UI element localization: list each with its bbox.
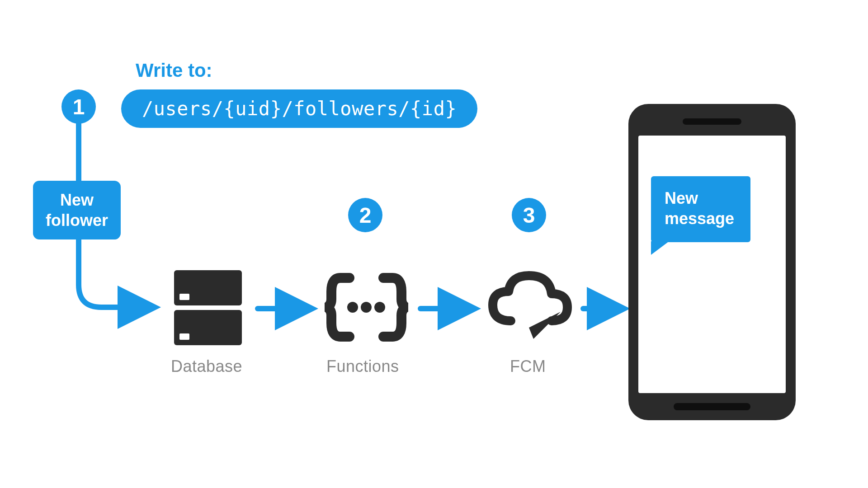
step-1-badge: 1 (61, 89, 96, 124)
new-follower-card: New follower (33, 181, 121, 239)
bubble-line2: message (665, 208, 737, 229)
svg-point-6 (347, 302, 358, 313)
write-to-label: Write to: (136, 60, 212, 81)
functions-label: Functions (326, 357, 399, 376)
connector-line (76, 124, 81, 181)
database-label: Database (171, 357, 242, 376)
arrow-follower-to-db (73, 235, 159, 325)
arrow-fcm-to-phone (583, 302, 628, 315)
svg-point-7 (361, 302, 372, 313)
phone-speaker (683, 118, 741, 125)
phone-screen: New message (638, 136, 786, 393)
notification-bubble: New message (651, 176, 750, 242)
fcm-icon (484, 267, 574, 350)
arrow-func-to-fcm (420, 302, 479, 315)
svg-rect-3 (174, 310, 242, 345)
svg-rect-2 (179, 294, 189, 300)
new-follower-line1: New (46, 190, 108, 210)
svg-point-8 (374, 302, 385, 313)
step-3-badge: 3 (512, 198, 546, 232)
step-2-badge: 2 (348, 198, 382, 232)
bubble-line1: New (665, 188, 737, 208)
phone-home-bar (674, 403, 750, 410)
phone-device: New message (628, 104, 796, 420)
db-path-pill: /users/{uid}/followers/{id} (121, 89, 477, 128)
arrow-db-to-func (258, 302, 316, 315)
fcm-label: FCM (510, 357, 546, 376)
svg-rect-4 (179, 333, 189, 340)
new-follower-line2: follower (46, 210, 108, 230)
database-icon (170, 266, 246, 349)
functions-icon (325, 267, 408, 350)
svg-rect-1 (174, 270, 242, 305)
